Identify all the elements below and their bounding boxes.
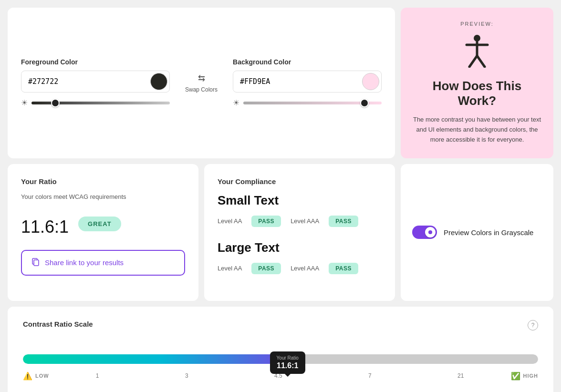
fg-color-swatch — [150, 73, 167, 90]
fg-brightness-row: ☀ — [21, 98, 170, 107]
fg-label: Foreground Color — [21, 58, 170, 66]
ratio-number: 11.6 — [21, 217, 54, 237]
scale-area: Your Ratio 11.6:1 — [23, 354, 538, 364]
wcag-note: Your colors meet WCAG requirements — [21, 193, 185, 200]
small-text-row: Level AA PASS Level AAA PASS — [218, 216, 382, 227]
ratio-title: Your Ratio — [21, 177, 185, 186]
svg-line-3 — [469, 56, 477, 67]
toggle-inner-dot — [428, 230, 432, 234]
svg-line-4 — [477, 56, 485, 67]
small-text-section: Small Text Level AA PASS Level AAA PASS — [218, 193, 382, 227]
grayscale-panel: Preview Colors in Grayscale — [401, 164, 553, 301]
warning-icon: ⚠️ — [23, 371, 32, 381]
small-aaa-label: Level AAA — [291, 217, 319, 225]
large-aaa-badge: PASS — [329, 263, 358, 274]
small-aaa-badge: PASS — [329, 216, 358, 227]
ratio-panel: Your Ratio Your colors meet WCAG require… — [8, 164, 198, 301]
help-icon[interactable]: ? — [528, 320, 538, 330]
top-section: Foreground Color ☀ ⇆ Swap Colors Backgro… — [8, 8, 553, 158]
bg-brightness-slider[interactable] — [243, 102, 382, 104]
swap-label: Swap Colors — [185, 86, 218, 93]
high-label: HIGH — [523, 373, 539, 379]
grayscale-label: Preview Colors in Grayscale — [444, 228, 533, 237]
check-icon: ✅ — [511, 371, 520, 381]
tooltip-value: 11.6:1 — [277, 361, 299, 370]
preview-label: PREVIEW: — [460, 21, 494, 27]
grayscale-toggle[interactable] — [412, 226, 437, 239]
bg-color-swatch — [362, 73, 379, 90]
middle-section: Your Ratio Your colors meet WCAG require… — [8, 164, 553, 301]
bg-sun-icon: ☀ — [233, 98, 239, 107]
compliance-panel: Your Compliance Small Text Level AA PASS… — [204, 164, 395, 301]
color-panel: Foreground Color ☀ ⇆ Swap Colors Backgro… — [8, 8, 395, 158]
toggle-knob — [425, 227, 436, 237]
scale-filled — [23, 354, 301, 364]
svg-rect-6 — [34, 260, 39, 266]
scale-empty — [301, 354, 538, 364]
large-aa-label: Level AA — [218, 265, 242, 272]
small-aa-label: Level AA — [218, 217, 242, 225]
compliance-title: Your Compliance — [218, 177, 382, 186]
preview-body: The more contrast you have between your … — [412, 115, 542, 144]
low-end: ⚠️ LOW — [23, 371, 49, 381]
accessibility-icon — [463, 34, 491, 73]
preview-panel: PREVIEW: How Does This Work? The more co… — [401, 8, 553, 158]
ratio-row: 11.6:1 GREAT — [21, 212, 185, 237]
swap-icon: ⇆ — [198, 73, 205, 83]
ratio-value: 11.6:1 — [21, 212, 69, 237]
tooltip-label: Your Ratio — [277, 355, 299, 361]
fg-brightness-slider[interactable] — [31, 102, 170, 104]
ratio-tooltip: Your Ratio 11.6:1 — [270, 351, 305, 374]
bg-brightness-row: ☀ — [233, 98, 382, 107]
ratio-separator: :1 — [54, 217, 69, 237]
low-label: LOW — [35, 373, 49, 379]
scale-header: Contrast Ratio Scale ? — [23, 320, 538, 330]
preview-heading: How Does This Work? — [412, 79, 542, 108]
background-group: Background Color ☀ — [233, 58, 382, 107]
scale-num-3: 3 — [185, 372, 188, 379]
foreground-group: Foreground Color ☀ — [21, 58, 170, 107]
small-text-label: Small Text — [218, 193, 382, 208]
scale-title: Contrast Ratio Scale — [23, 320, 93, 328]
share-button[interactable]: Share link to your results — [21, 250, 185, 276]
scale-num-7: 7 — [368, 372, 372, 379]
fg-input-row — [21, 71, 170, 93]
large-text-section: Large Text Level AA PASS Level AAA PASS — [218, 240, 382, 274]
bg-color-input[interactable] — [233, 72, 360, 91]
share-label: Share link to your results — [45, 258, 124, 267]
fg-sun-icon: ☀ — [21, 98, 28, 107]
scale-num-1: 1 — [96, 372, 99, 379]
high-end: ✅ HIGH — [511, 371, 539, 381]
bg-label: Background Color — [233, 58, 382, 66]
main-container: Foreground Color ☀ ⇆ Swap Colors Backgro… — [8, 8, 553, 392]
scale-num-21: 21 — [457, 372, 464, 379]
fg-color-input[interactable] — [21, 72, 148, 91]
large-text-label: Large Text — [218, 240, 382, 255]
great-badge: GREAT — [78, 217, 121, 231]
swap-colors-button[interactable]: ⇆ Swap Colors — [179, 69, 223, 97]
small-aa-badge: PASS — [251, 216, 281, 227]
share-icon — [31, 258, 40, 268]
bg-input-row — [233, 71, 382, 93]
bottom-section: Contrast Ratio Scale ? Your Ratio 11.6:1… — [8, 307, 553, 392]
large-aa-badge: PASS — [251, 263, 281, 274]
large-aaa-label: Level AAA — [291, 265, 319, 272]
large-text-row: Level AA PASS Level AAA PASS — [218, 263, 382, 274]
